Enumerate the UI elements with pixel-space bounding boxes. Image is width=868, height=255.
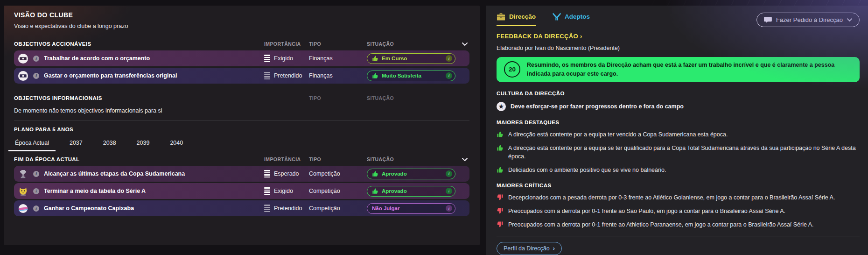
thumb-up-icon bbox=[372, 170, 378, 177]
type-label: Competição bbox=[309, 170, 367, 177]
info-icon[interactable] bbox=[446, 205, 452, 212]
objective-row[interactable]: Ganhar o Campeonato Capixaba Pretendido … bbox=[14, 200, 469, 216]
objective-label: Terminar a meio da tabela do Série A bbox=[44, 188, 146, 194]
divider bbox=[497, 236, 860, 236]
highlight-item: A direcção está contente por a equipa se… bbox=[497, 144, 860, 161]
thumb-up-icon bbox=[497, 166, 504, 173]
culture-item-text: Deve esforçar-se por fazer progressos de… bbox=[511, 103, 684, 110]
button-label: Perfil da Direcção bbox=[504, 245, 550, 252]
type-label: Finanças bbox=[309, 72, 367, 79]
info-icon[interactable] bbox=[33, 171, 39, 177]
tab-label: Direcção bbox=[509, 13, 536, 20]
highlight-item: A direcção está contente por a equipa te… bbox=[497, 130, 860, 139]
info-icon[interactable] bbox=[446, 188, 452, 194]
thumb-up-icon bbox=[372, 72, 378, 79]
status-label: Não Julgar bbox=[372, 205, 399, 211]
tab-adeptos[interactable]: Adeptos bbox=[553, 13, 590, 26]
highlight-item: Deliciados com o ambiente positivo que s… bbox=[497, 166, 860, 174]
importance-bars-icon bbox=[264, 187, 270, 195]
scarf-icon bbox=[553, 13, 561, 21]
tab-2037[interactable]: 2037 bbox=[63, 138, 89, 151]
tab-direccao[interactable]: Direcção bbox=[497, 13, 536, 26]
tab-2038[interactable]: 2038 bbox=[97, 138, 123, 151]
importance-label: Esperado bbox=[274, 170, 299, 177]
info-icon[interactable] bbox=[446, 72, 452, 79]
chevron-down-icon[interactable] bbox=[455, 42, 469, 46]
info-icon[interactable] bbox=[33, 56, 39, 62]
speech-bubble-icon bbox=[764, 17, 772, 23]
star-icon: ★ bbox=[497, 102, 506, 111]
tab-2040[interactable]: 2040 bbox=[163, 138, 189, 151]
briefcase-icon bbox=[497, 13, 505, 21]
thumb-down-icon bbox=[497, 194, 504, 201]
feedback-title-link[interactable]: FEEDBACK DA DIRECÇÃO› bbox=[497, 33, 582, 40]
club-vision-screen: VISÃO DO CLUBE Visão e expectativas do c… bbox=[0, 0, 868, 255]
type-label: Finanças bbox=[309, 55, 367, 62]
highlight-text: A direcção está contente por a equipa se… bbox=[508, 144, 857, 161]
season-end-header: FIM DA ÉPOCA ACTUAL IMPORTÂNCIA TIPO SIT… bbox=[14, 154, 469, 164]
objective-label: Ganhar o Campeonato Capixaba bbox=[44, 205, 134, 212]
informational-empty-text: De momento não temos objectivos informac… bbox=[14, 107, 469, 114]
status-pill[interactable]: Não Julgar bbox=[367, 203, 455, 214]
board-profile-button[interactable]: Perfil da Direcção › bbox=[497, 242, 562, 255]
money-icon bbox=[18, 53, 28, 64]
tab-epoca-actual[interactable]: Época Actual bbox=[8, 138, 56, 151]
chevron-down-icon[interactable] bbox=[455, 158, 469, 161]
criticisms-section-title: MAIORES CRÍTICAS bbox=[497, 183, 860, 188]
money-icon bbox=[18, 71, 28, 81]
status-pill[interactable]: Aprovado bbox=[367, 186, 455, 197]
chevron-down-icon bbox=[847, 18, 852, 21]
importance-label: Exigido bbox=[274, 188, 293, 194]
status-label: Em Curso bbox=[382, 56, 407, 61]
culture-section-title: CULTURA DA DIRECÇÃO bbox=[497, 91, 860, 96]
criticism-text: Preocupados com a derrota por 0-1 frente… bbox=[508, 220, 814, 229]
importance-label: Pretendido bbox=[274, 205, 302, 212]
importance-bars-icon bbox=[264, 170, 270, 177]
club-vision-panel: VISÃO DO CLUBE Visão e expectativas do c… bbox=[4, 6, 480, 245]
objective-row[interactable]: Gastar o orçamento para transferências o… bbox=[14, 68, 469, 84]
info-icon[interactable] bbox=[33, 205, 39, 212]
criticism-text: Decepcionados com a pesada derrota por 0… bbox=[508, 193, 835, 202]
rating-score-badge: 20 bbox=[504, 61, 520, 78]
column-situation: SITUAÇÃO bbox=[367, 41, 455, 47]
feedback-tabs: Direcção Adeptos bbox=[497, 13, 590, 26]
objective-label: Gastar o orçamento para transferências o… bbox=[44, 72, 177, 79]
criticism-item: Preocupados com a derrota por 0-1 frente… bbox=[497, 207, 860, 215]
objective-row[interactable]: Alcançar as últimas etapas da Copa Sudam… bbox=[14, 166, 469, 182]
chevron-right-icon: › bbox=[580, 33, 582, 40]
culture-item: ★ Deve esforçar-se por fazer progressos … bbox=[497, 102, 860, 111]
rating-text: Resumindo, os membros da Direcção acham … bbox=[527, 61, 852, 78]
importance-label: Exigido bbox=[274, 55, 293, 62]
info-icon[interactable] bbox=[446, 170, 452, 177]
info-icon[interactable] bbox=[33, 73, 39, 79]
info-icon[interactable] bbox=[446, 55, 452, 62]
make-board-request-button[interactable]: Fazer Pedido à Direcção bbox=[756, 13, 860, 27]
objective-row[interactable]: Trabalhar de acordo com o orçamento Exig… bbox=[14, 50, 469, 66]
status-pill[interactable]: Em Curso bbox=[367, 53, 455, 64]
highlight-text: A direcção está contente por a equipa te… bbox=[508, 130, 728, 139]
thumb-up-icon bbox=[497, 144, 504, 151]
objective-label: Trabalhar de acordo com o orçamento bbox=[44, 55, 150, 62]
plan-tabs: Época Actual 2037 2038 2039 2040 bbox=[8, 138, 469, 151]
status-pill[interactable]: Muito Satisfeita bbox=[367, 71, 455, 81]
status-pill[interactable]: Aprovado bbox=[367, 169, 455, 179]
actionable-objectives-header: OBJECTIVOS ACCIONÁVEIS IMPORTÂNCIA TIPO … bbox=[14, 39, 469, 49]
info-icon[interactable] bbox=[33, 188, 39, 194]
objective-row[interactable]: Terminar a meio da tabela do Série A Exi… bbox=[14, 183, 469, 199]
section-title: FIM DA ÉPOCA ACTUAL bbox=[14, 156, 264, 162]
highlight-text: Deliciados com o ambiente positivo que s… bbox=[508, 166, 666, 174]
divider bbox=[14, 120, 469, 121]
plan-section-title: PLANO PARA 5 ANOS bbox=[14, 127, 469, 132]
capixaba-ball-icon bbox=[18, 203, 28, 214]
informational-objectives-header: OBJECTIVOS INFORMACIONAIS TIPO SITUAÇÃO bbox=[14, 93, 469, 103]
type-label: Competição bbox=[309, 188, 367, 194]
criticism-item: Decepcionados com a pesada derrota por 0… bbox=[497, 193, 860, 202]
criticism-item: Preocupados com a derrota por 0-1 frente… bbox=[497, 220, 860, 229]
section-title: OBJECTIVOS INFORMACIONAIS bbox=[14, 95, 264, 101]
chevron-right-icon: › bbox=[553, 245, 555, 252]
type-label: Competição bbox=[309, 205, 367, 212]
tab-2039[interactable]: 2039 bbox=[130, 138, 156, 151]
column-type: TIPO bbox=[309, 95, 367, 101]
importance-bars-icon bbox=[264, 205, 270, 212]
tab-label: Adeptos bbox=[565, 13, 590, 20]
